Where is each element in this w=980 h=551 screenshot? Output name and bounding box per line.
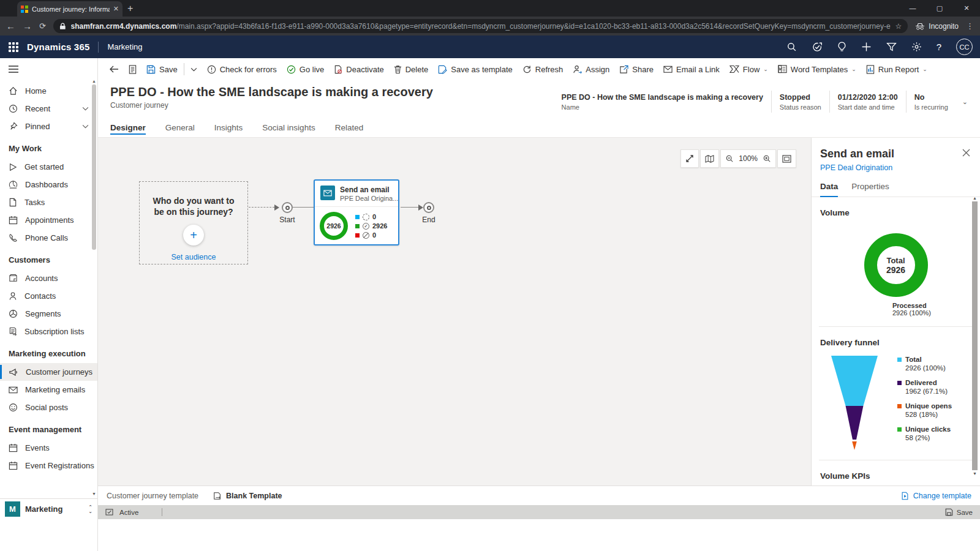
panel-tab-data[interactable]: Data — [820, 182, 838, 197]
check-for-errors-button[interactable]: Check for errors — [202, 61, 282, 78]
send-email-tile[interactable]: Send an email PPE Deal Origina... 2926 0 — [314, 179, 399, 246]
tab-close-icon[interactable]: ✕ — [113, 5, 119, 13]
tab-designer[interactable]: Designer — [110, 123, 146, 137]
share-button[interactable]: Share — [614, 61, 658, 78]
form-selector-button[interactable] — [124, 61, 141, 78]
save-more-button[interactable] — [186, 61, 202, 78]
email-a-link-button[interactable]: Email a Link — [658, 61, 725, 78]
journey-designer-canvas[interactable]: 100% Who do you want to be on this journ… — [98, 138, 811, 485]
deactivate-button[interactable]: Deactivate — [329, 61, 388, 78]
volume-donut: Total 2926 — [864, 233, 928, 297]
go-live-button[interactable]: Go live — [282, 61, 329, 78]
end-node[interactable] — [423, 202, 434, 213]
maximize-button[interactable]: ▢ — [926, 0, 953, 17]
sidebar-item-home[interactable]: Home — [0, 82, 97, 100]
tab-related[interactable]: Related — [335, 123, 364, 137]
audience-tile[interactable]: Who do you want to be on this journey? +… — [139, 181, 248, 264]
trash-icon — [394, 65, 402, 74]
browser-menu-icon[interactable]: ⋮ — [966, 21, 974, 31]
close-icon[interactable] — [961, 148, 971, 160]
sidebar-item-marketing-emails[interactable]: Marketing emails — [0, 381, 97, 399]
flow-button[interactable]: Flow ⌄ — [725, 61, 773, 78]
footer-save-button[interactable]: Save — [945, 508, 973, 516]
filter-icon[interactable] — [886, 42, 897, 52]
sidebar-item-social-posts[interactable]: Social posts — [0, 399, 97, 416]
map-button[interactable] — [700, 149, 719, 168]
chevron-down-icon[interactable] — [82, 107, 89, 111]
area-switcher[interactable]: M Marketing ⌃⌄ — [0, 498, 97, 519]
sidebar-section-event-management: Event management — [0, 416, 97, 439]
back-icon[interactable]: ← — [6, 21, 15, 31]
sidebar-item-events[interactable]: Events — [0, 439, 97, 457]
star-icon[interactable]: ☆ — [895, 22, 902, 31]
unfold-icon[interactable]: ⌃⌄ — [88, 505, 92, 514]
error-icon — [207, 65, 216, 74]
assign-button[interactable]: Assign — [568, 61, 614, 78]
word-templates-button[interactable]: Word Templates ⌄ — [773, 61, 861, 78]
check-circle-icon[interactable] — [812, 42, 823, 53]
panel-tab-properties[interactable]: Properties — [851, 182, 889, 197]
waffle-icon[interactable] — [9, 42, 18, 52]
back-arrow-icon — [109, 65, 119, 73]
tab-general[interactable]: General — [165, 123, 195, 137]
set-audience-link[interactable]: Set audience — [148, 253, 239, 261]
expand-button[interactable] — [680, 149, 699, 168]
email-record-link[interactable]: PPE Deal Origination — [820, 163, 971, 172]
sidebar-item-event-registrations[interactable]: Event Registrations — [0, 457, 97, 474]
sidebar-scrollbar[interactable]: ▲ ▼ — [91, 79, 97, 496]
forward-icon[interactable]: → — [23, 21, 32, 31]
calendar-icon — [9, 443, 18, 452]
sidebar-item-subscription-lists[interactable]: Subscription lists — [0, 323, 97, 340]
sidebar-item-recent[interactable]: Recent — [0, 100, 97, 118]
add-audience-button[interactable]: + — [183, 225, 204, 246]
save-button[interactable]: Save — [141, 61, 183, 78]
address-bar[interactable]: shamfran.crm4.dynamics.com/main.aspx?app… — [53, 19, 908, 33]
help-icon[interactable]: ? — [937, 42, 941, 52]
sidebar-item-phone-calls[interactable]: Phone Calls — [0, 229, 97, 247]
sidebar-item-customer-journeys[interactable]: Customer journeys — [0, 363, 97, 381]
tab-insights[interactable]: Insights — [214, 123, 243, 137]
tab-social-insights[interactable]: Social insights — [262, 123, 315, 137]
refresh-button[interactable]: Refresh — [518, 61, 568, 78]
minimize-button[interactable]: — — [899, 0, 926, 17]
run-report-button[interactable]: Run Report ⌄ — [861, 61, 932, 78]
zoom-out-icon[interactable] — [725, 154, 734, 163]
browser-tab[interactable]: Customer journey: Information: P ✕ — [17, 1, 123, 17]
lightbulb-icon[interactable] — [837, 42, 846, 52]
header-collapse-chevron[interactable]: ⌄ — [956, 98, 971, 106]
delete-button[interactable]: Delete — [389, 61, 434, 78]
start-node[interactable] — [282, 202, 293, 213]
hamburger-icon[interactable] — [0, 58, 97, 78]
brand-logo[interactable]: Dynamics 365 — [27, 42, 89, 52]
fit-screen-button[interactable] — [777, 149, 796, 168]
sidebar-item-dashboards[interactable]: Dashboards — [0, 176, 97, 193]
tile-stat-succeeded: ✓2926 — [355, 222, 387, 230]
sidebar-item-accounts[interactable]: Accounts — [0, 269, 97, 287]
search-icon[interactable] — [786, 42, 797, 52]
save-as-template-button[interactable]: Save as template — [433, 61, 517, 78]
zoom-in-icon[interactable] — [763, 154, 771, 163]
sidebar-item-contacts[interactable]: Contacts — [0, 287, 97, 305]
connector — [249, 207, 274, 208]
sidebar-item-segments[interactable]: Segments — [0, 305, 97, 323]
new-tab-button[interactable]: + — [127, 3, 133, 14]
close-window-button[interactable]: ✕ — [953, 0, 980, 17]
panel-scrollbar[interactable]: ▲ ▼ — [971, 196, 978, 483]
sidebar-item-get-started[interactable]: Get started — [0, 158, 97, 176]
app-name[interactable]: Marketing — [107, 42, 142, 51]
email-link-icon — [663, 66, 673, 73]
plus-icon[interactable] — [861, 42, 872, 52]
reload-icon[interactable]: ⟳ — [39, 21, 46, 31]
back-button[interactable] — [104, 61, 124, 78]
change-template-link[interactable]: Change template — [901, 492, 971, 500]
end-label: End — [410, 216, 447, 224]
sidebar-item-pinned[interactable]: Pinned — [0, 118, 97, 135]
template-name[interactable]: Blank Template — [213, 492, 282, 500]
sidebar-item-appointments[interactable]: Appointments — [0, 211, 97, 229]
chevron-down-icon[interactable] — [82, 124, 89, 129]
browser-window: Customer journey: Information: P ✕ + — ▢… — [0, 0, 980, 551]
avatar[interactable]: CC — [956, 39, 973, 55]
gear-icon[interactable] — [911, 42, 922, 52]
sidebar-item-tasks[interactable]: Tasks — [0, 193, 97, 211]
url-path: /main.aspx?appid=43b6fa16-f1d3-e911-a990… — [176, 22, 890, 31]
